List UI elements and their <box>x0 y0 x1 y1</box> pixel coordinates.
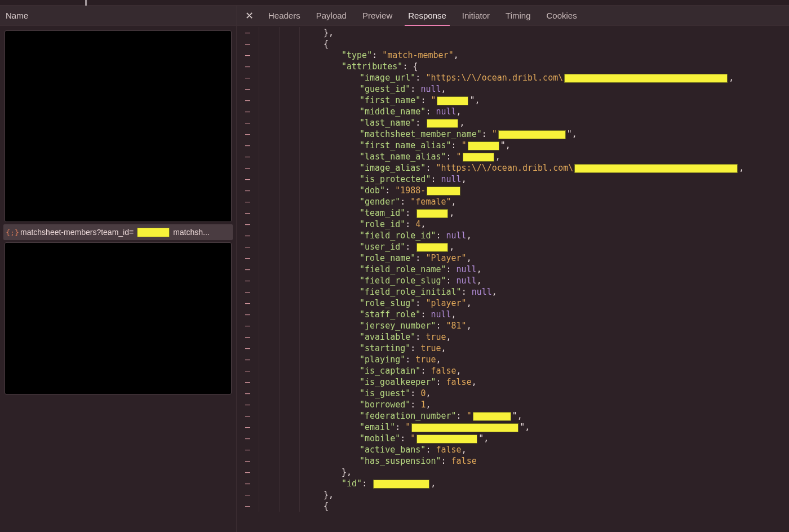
redaction <box>411 423 518 432</box>
redaction <box>473 412 511 421</box>
redaction <box>437 96 468 105</box>
tab-initiator[interactable]: Initiator <box>454 6 498 25</box>
requests-header-label: Name <box>6 11 28 20</box>
redaction <box>463 153 494 162</box>
close-panel-button[interactable]: ✕ <box>241 8 257 24</box>
line-gutter: ––––––––––––––––––––––––––––––––––––––––… <box>237 26 300 532</box>
response-body[interactable]: ––––––––––––––––––––––––––––––––––––––––… <box>237 26 789 532</box>
requests-panel: Name {;} matchsheet-members?team_id=matc… <box>0 6 237 532</box>
redaction <box>416 209 448 218</box>
waterfall-strip <box>0 0 789 6</box>
request-name-prefix: matchsheet-members?team_id= <box>20 228 134 237</box>
tab-timing[interactable]: Timing <box>498 6 538 25</box>
detail-panel: ✕ HeadersPayloadPreviewResponseInitiator… <box>237 6 789 532</box>
redacted-request-block-1 <box>5 30 232 222</box>
tab-payload[interactable]: Payload <box>308 6 354 25</box>
detail-tabs: ✕ HeadersPayloadPreviewResponseInitiator… <box>237 6 789 26</box>
requests-header[interactable]: Name <box>0 6 236 26</box>
tab-headers[interactable]: Headers <box>260 6 308 25</box>
redaction <box>468 141 499 150</box>
redaction <box>427 187 460 196</box>
redaction <box>416 435 477 444</box>
tab-response[interactable]: Response <box>400 6 454 25</box>
tab-cookies[interactable]: Cookies <box>538 6 584 25</box>
redaction <box>574 164 738 173</box>
close-icon: ✕ <box>245 10 254 22</box>
redaction <box>416 243 448 252</box>
redacted-request-block-2 <box>5 242 232 394</box>
redaction <box>137 228 170 237</box>
redaction <box>498 130 566 139</box>
redaction <box>373 480 429 489</box>
redaction <box>564 74 728 83</box>
request-row-selected[interactable]: {;} matchsheet-members?team_id=matchsh..… <box>3 224 233 240</box>
json-icon: {;} <box>8 228 17 237</box>
tab-preview[interactable]: Preview <box>354 6 400 25</box>
redaction <box>427 119 458 128</box>
request-name-suffix: matchsh... <box>173 228 210 237</box>
response-json[interactable]: },{"type": "match-member","attributes": … <box>300 26 789 532</box>
